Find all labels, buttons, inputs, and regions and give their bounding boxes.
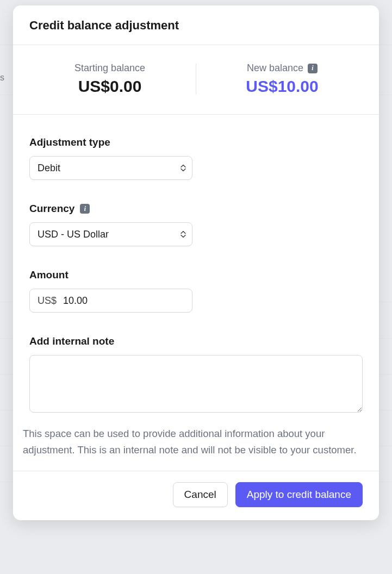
adjustment-type-label: Adjustment type bbox=[29, 136, 110, 148]
new-balance: New balance i US$10.00 bbox=[196, 63, 368, 96]
modal-footer: Cancel Apply to credit balance bbox=[13, 471, 379, 520]
info-icon[interactable]: i bbox=[80, 204, 90, 214]
adjustment-type-group: Adjustment type Debit bbox=[29, 136, 363, 180]
adjustment-type-select[interactable]: Debit bbox=[29, 156, 192, 180]
currency-group: Currency i USD - US Dollar bbox=[29, 203, 363, 246]
amount-group: Amount US$ bbox=[29, 269, 363, 313]
currency-select[interactable]: USD - US Dollar bbox=[29, 222, 192, 246]
modal-title: Credit balance adjustment bbox=[29, 18, 363, 33]
balance-summary: Starting balance US$0.00 New balance i U… bbox=[13, 45, 379, 115]
cancel-button[interactable]: Cancel bbox=[173, 482, 228, 507]
amount-input[interactable] bbox=[63, 295, 189, 307]
starting-balance-label: Starting balance bbox=[74, 63, 145, 74]
background-partial-text: s bbox=[0, 73, 4, 83]
note-label: Add internal note bbox=[29, 335, 114, 347]
starting-balance: Starting balance US$0.00 bbox=[24, 63, 196, 96]
form-body: Adjustment type Debit Currency i USD - U… bbox=[13, 115, 379, 431]
starting-balance-value: US$0.00 bbox=[78, 77, 142, 96]
note-help-text: This space can be used to provide additi… bbox=[13, 426, 379, 471]
note-textarea[interactable] bbox=[29, 355, 363, 413]
new-balance-value: US$10.00 bbox=[246, 77, 318, 96]
amount-prefix: US$ bbox=[38, 295, 57, 307]
info-icon[interactable]: i bbox=[308, 64, 318, 73]
amount-input-wrap[interactable]: US$ bbox=[29, 289, 192, 313]
apply-button[interactable]: Apply to credit balance bbox=[235, 482, 363, 507]
credit-balance-adjustment-modal: Credit balance adjustment Starting balan… bbox=[13, 5, 379, 520]
new-balance-label: New balance bbox=[247, 63, 303, 74]
adjustment-type-value: Debit bbox=[38, 163, 60, 174]
modal-header: Credit balance adjustment bbox=[13, 5, 379, 45]
amount-label: Amount bbox=[29, 269, 69, 281]
currency-label: Currency bbox=[29, 203, 74, 215]
currency-value: USD - US Dollar bbox=[38, 229, 109, 240]
note-group: Add internal note bbox=[29, 335, 363, 415]
